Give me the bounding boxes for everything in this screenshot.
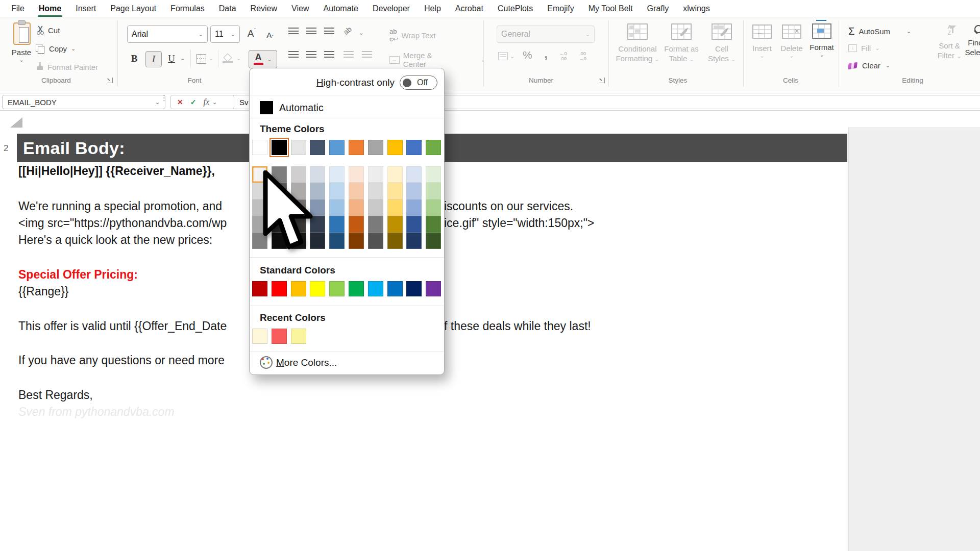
borders-button[interactable] [195, 53, 207, 64]
theme-variant-swatch[interactable] [406, 199, 422, 216]
standard-color-swatch[interactable] [349, 281, 364, 296]
theme-variant-swatch[interactable] [368, 233, 383, 249]
cancel-button[interactable]: ✕ [177, 98, 183, 106]
percent-style-button[interactable]: % [523, 49, 532, 61]
enter-button[interactable]: ✓ [190, 98, 197, 106]
theme-variant-swatch[interactable] [349, 183, 364, 199]
chevron-down-icon[interactable]: ⌄ [236, 55, 241, 62]
theme-variant-swatch[interactable] [406, 216, 422, 232]
menu-tab-data[interactable]: Data [212, 0, 243, 17]
insert-function-button[interactable]: fx [203, 97, 209, 107]
orientation-button[interactable]: ab [342, 25, 353, 36]
clipboard-dialog-launcher-icon[interactable] [107, 78, 113, 83]
menu-tab-my-tool-belt[interactable]: My Tool Belt [581, 0, 640, 17]
align-bottom-icon[interactable] [324, 28, 334, 35]
font-name-combo[interactable]: Arial ⌄ [127, 26, 208, 43]
standard-color-swatch[interactable] [329, 281, 345, 296]
format-cells-button[interactable]: Format ⌄ [808, 23, 836, 58]
fill-color-button[interactable] [222, 52, 234, 65]
theme-color-swatch[interactable] [426, 140, 441, 155]
number-dialog-launcher-icon[interactable] [599, 78, 605, 83]
accounting-format-button[interactable]: ⌄ [498, 52, 514, 60]
align-left-icon[interactable] [288, 51, 299, 59]
copy-button[interactable]: Copy ⌄ [36, 44, 76, 53]
recent-color-swatch[interactable] [291, 329, 306, 344]
chevron-down-icon[interactable]: ⌄ [180, 55, 185, 62]
number-format-combo[interactable]: General ⌄ [497, 26, 595, 43]
chevron-down-icon[interactable]: ⌄ [359, 30, 363, 36]
menu-tab-acrobat[interactable]: Acrobat [448, 0, 491, 17]
autosum-button[interactable]: Σ AutoSum ⌄ [848, 26, 911, 37]
find-select-button[interactable]: Find & Select ⌄ [964, 24, 980, 58]
conditional-formatting-button[interactable]: Conditional Formatting ⌄ [615, 23, 660, 64]
theme-color-swatch[interactable] [329, 140, 345, 155]
theme-variant-swatch[interactable] [406, 166, 422, 183]
standard-color-swatch[interactable] [272, 281, 287, 296]
increase-indent-icon[interactable] [362, 51, 372, 59]
align-right-icon[interactable] [324, 51, 334, 59]
font-color-button[interactable]: A ⌄ [249, 50, 277, 68]
row-header-2[interactable]: 2 [4, 143, 8, 154]
menu-tab-page-layout[interactable]: Page Layout [103, 0, 163, 17]
chevron-down-icon[interactable]: ⌄ [209, 55, 213, 62]
automatic-color-item[interactable]: Automatic [250, 98, 444, 117]
theme-variant-swatch[interactable] [387, 233, 403, 249]
standard-color-swatch[interactable] [426, 281, 441, 296]
font-size-combo[interactable]: 11 ⌄ [210, 26, 240, 43]
theme-color-swatch[interactable] [291, 140, 306, 155]
format-painter-button[interactable]: Format Painter [36, 62, 98, 71]
theme-color-swatch[interactable] [387, 140, 403, 155]
menu-tab-cuteplots[interactable]: CutePlots [491, 0, 540, 17]
theme-variant-swatch[interactable] [387, 166, 403, 183]
merge-center-button[interactable]: ↔ Merge & Center ⌄ [389, 51, 485, 68]
recent-color-swatch[interactable] [252, 329, 267, 344]
theme-variant-swatch[interactable] [426, 216, 441, 232]
menu-tab-developer[interactable]: Developer [365, 0, 417, 17]
align-top-icon[interactable] [288, 28, 299, 35]
insert-cells-button[interactable]: ← Insert ⌄ [749, 24, 775, 59]
theme-variant-swatch[interactable] [406, 183, 422, 199]
theme-variant-swatch[interactable] [368, 199, 383, 216]
format-as-table-button[interactable]: Format as Table ⌄ [661, 23, 702, 64]
theme-variant-swatch[interactable] [329, 216, 345, 232]
menu-tab-grafly[interactable]: Grafly [640, 0, 676, 17]
menu-tab-automate[interactable]: Automate [316, 0, 365, 17]
theme-variant-swatch[interactable] [387, 199, 403, 216]
grow-font-button[interactable]: Aˆ [243, 27, 260, 41]
italic-button[interactable]: I [145, 51, 162, 67]
theme-variant-swatch[interactable] [329, 183, 345, 199]
theme-variant-swatch[interactable] [368, 166, 383, 183]
align-middle-icon[interactable] [306, 28, 316, 35]
high-contrast-toggle[interactable]: Off [400, 76, 437, 90]
theme-variant-swatch[interactable] [387, 183, 403, 199]
select-all-corner-icon[interactable] [10, 117, 22, 128]
more-colors-button[interactable]: More Colors... [250, 354, 444, 371]
decrease-indent-icon[interactable] [344, 51, 354, 59]
theme-variant-swatch[interactable] [406, 233, 422, 249]
drag-handle-icon[interactable]: ⋮ [160, 96, 168, 99]
recent-color-swatch[interactable] [272, 329, 287, 344]
theme-variant-swatch[interactable] [349, 199, 364, 216]
theme-variant-swatch[interactable] [368, 216, 383, 232]
align-center-icon[interactable] [306, 51, 316, 59]
menu-tab-home[interactable]: Home [32, 0, 68, 17]
standard-color-swatch[interactable] [291, 281, 306, 296]
cell-styles-button[interactable]: Cell Styles ⌄ [704, 23, 740, 64]
theme-color-swatch[interactable] [368, 140, 383, 155]
sort-filter-button[interactable]: AZ Sort & Filter ⌄ [935, 24, 964, 61]
menu-tab-file[interactable]: File [4, 0, 32, 17]
menu-tab-formulas[interactable]: Formulas [163, 0, 212, 17]
paste-button[interactable]: Paste ⌄ [7, 22, 36, 63]
theme-variant-swatch[interactable] [426, 166, 441, 183]
wrap-text-button[interactable]: abc↩ Wrap Text [389, 28, 435, 43]
theme-variant-swatch[interactable] [329, 166, 345, 183]
standard-color-swatch[interactable] [368, 281, 383, 296]
theme-variant-swatch[interactable] [329, 199, 345, 216]
theme-variant-swatch[interactable] [426, 183, 441, 199]
standard-color-swatch[interactable] [387, 281, 403, 296]
standard-color-swatch[interactable] [252, 281, 267, 296]
menu-tab-insert[interactable]: Insert [68, 0, 103, 17]
menu-tab-help[interactable]: Help [417, 0, 448, 17]
theme-variant-swatch[interactable] [329, 233, 345, 249]
theme-color-swatch[interactable] [272, 140, 287, 155]
